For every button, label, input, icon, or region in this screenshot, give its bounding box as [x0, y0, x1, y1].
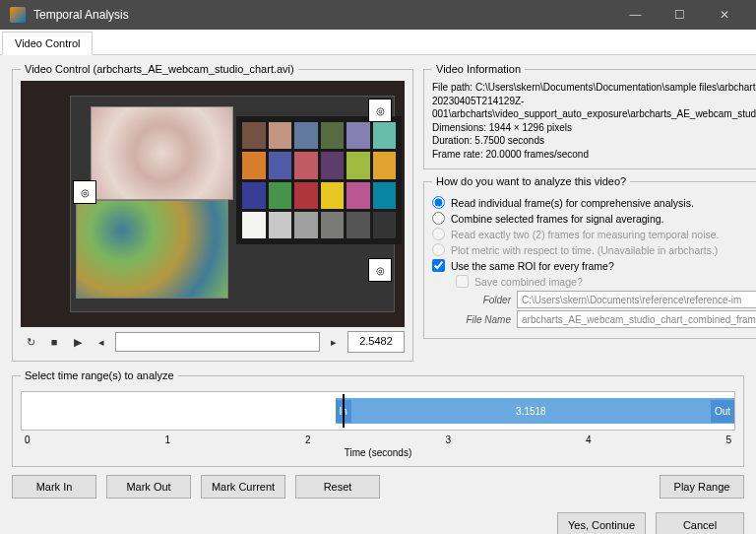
- radio-metric: [432, 243, 445, 256]
- dimensions: Dimensions: 1944 × 1296 pixels: [432, 121, 756, 135]
- opt-two-frames: Read exactly two (2) frames for measurin…: [432, 228, 756, 240]
- opt-plot-metric: Plot metric with respect to time. (Unava…: [432, 243, 756, 256]
- range-value-label: 3.1518: [351, 406, 711, 417]
- spilled-coins-chart: [76, 200, 228, 299]
- playhead-cursor[interactable]: [343, 394, 345, 428]
- color-swatch: [269, 212, 292, 238]
- video-information-group: Video Information File path: C:\Users\sk…: [423, 63, 756, 169]
- radio-combine[interactable]: [432, 212, 445, 225]
- axis-tick: 2: [305, 434, 311, 445]
- color-swatch: [321, 212, 345, 238]
- tab-strip: Video Control: [0, 30, 756, 55]
- axis-tick: 5: [725, 434, 731, 445]
- player-controls: ↻ ■ ▶ ◂ ▸ 2.5482: [21, 331, 405, 353]
- filename-field: [517, 310, 756, 328]
- current-time-field[interactable]: 2.5482: [347, 331, 405, 353]
- opt-individual-frames[interactable]: Read individual frame(s) for comprehensi…: [432, 196, 756, 209]
- color-swatch: [346, 152, 370, 178]
- color-swatch: [294, 152, 318, 178]
- color-swatch: [269, 122, 292, 149]
- video-info-legend: Video Information: [432, 63, 525, 75]
- slider-dec[interactable]: ◂: [92, 332, 111, 352]
- color-checker: [236, 116, 402, 244]
- video-control-legend: Video Control (arbcharts_AE_webcam_studi…: [21, 63, 298, 75]
- app-icon: [10, 7, 26, 23]
- selected-range[interactable]: In 3.1518 Out: [336, 398, 734, 424]
- maximize-button[interactable]: ☐: [658, 0, 702, 30]
- color-swatch: [269, 152, 292, 178]
- minimize-button[interactable]: —: [613, 0, 658, 30]
- stop-button[interactable]: ■: [44, 332, 64, 352]
- color-swatch: [242, 122, 266, 149]
- fiducial-left: ◎: [73, 180, 96, 204]
- opt-combine-frames[interactable]: Combine selected frames for signal avera…: [432, 212, 756, 225]
- time-axis-label: Time (seconds): [21, 447, 735, 458]
- chk-save-combined: Save combined image?: [456, 275, 756, 288]
- play-button[interactable]: ▶: [68, 332, 88, 352]
- axis-tick: 4: [586, 434, 592, 445]
- color-swatch: [242, 152, 266, 178]
- time-range-legend: Select time range(s) to analyze: [21, 369, 178, 381]
- color-swatch: [294, 212, 318, 238]
- checkbox-same-roi[interactable]: [432, 259, 445, 272]
- file-path: File path: C:\Users\skern\Documents\Docu…: [432, 81, 756, 121]
- titlebar: Temporal Analysis — ☐ ✕: [0, 0, 756, 30]
- tab-video-control[interactable]: Video Control: [2, 32, 93, 55]
- fiducial-top-right: ◎: [368, 99, 392, 122]
- close-button[interactable]: ✕: [702, 0, 746, 30]
- yes-continue-button[interactable]: Yes, Continue: [557, 512, 646, 534]
- radio-two: [432, 228, 445, 240]
- color-swatch: [346, 122, 370, 149]
- color-swatch: [373, 152, 397, 178]
- color-swatch: [321, 122, 345, 149]
- chk-same-roi[interactable]: Use the same ROI for every frame?: [432, 259, 756, 272]
- axis-tick: 3: [445, 434, 451, 445]
- axis-tick: 0: [25, 434, 31, 445]
- analysis-legend: How do you want to analyze this video?: [432, 175, 630, 187]
- video-preview: ◎ ◎ ◎: [21, 81, 405, 327]
- radio-individual[interactable]: [432, 196, 445, 209]
- fiducial-bottom-right: ◎: [368, 258, 392, 282]
- out-handle[interactable]: Out: [711, 400, 734, 423]
- reset-button[interactable]: Reset: [295, 475, 380, 499]
- window-title: Temporal Analysis: [33, 8, 613, 22]
- duration: Duration: 5.7500 seconds: [432, 134, 756, 148]
- circular-chart: [91, 106, 233, 200]
- color-swatch: [373, 182, 397, 209]
- mark-out-button[interactable]: Mark Out: [106, 475, 191, 499]
- color-swatch: [269, 182, 292, 209]
- cancel-button[interactable]: Cancel: [656, 512, 744, 534]
- frame-rate: Frame rate: 20.0000 frames/second: [432, 148, 756, 162]
- time-axis: 012345: [21, 434, 735, 445]
- mark-in-button[interactable]: Mark In: [12, 475, 96, 499]
- range-track[interactable]: In 3.1518 Out: [21, 391, 735, 431]
- play-range-button[interactable]: Play Range: [660, 475, 744, 499]
- time-range-group: Select time range(s) to analyze In 3.151…: [12, 369, 744, 467]
- mark-current-button[interactable]: Mark Current: [201, 475, 285, 499]
- color-swatch: [242, 212, 266, 238]
- filename-label: File Name: [456, 314, 511, 325]
- axis-tick: 1: [164, 434, 170, 445]
- color-swatch: [321, 182, 345, 209]
- slider-inc[interactable]: ▸: [324, 332, 344, 352]
- color-swatch: [346, 182, 370, 209]
- color-swatch: [294, 182, 318, 209]
- color-swatch: [373, 122, 397, 149]
- color-swatch: [294, 122, 318, 149]
- color-swatch: [373, 212, 397, 238]
- color-swatch: [346, 212, 370, 238]
- color-swatch: [242, 182, 266, 209]
- folder-field: [517, 291, 756, 308]
- playhead-slider[interactable]: [115, 332, 320, 352]
- checkbox-save-combined: [456, 275, 469, 288]
- rewind-button[interactable]: ↻: [21, 332, 40, 352]
- analysis-options-group: How do you want to analyze this video? R…: [423, 175, 756, 339]
- folder-label: Folder: [456, 295, 511, 305]
- color-swatch: [321, 152, 345, 178]
- video-control-group: Video Control (arbcharts_AE_webcam_studi…: [12, 63, 413, 362]
